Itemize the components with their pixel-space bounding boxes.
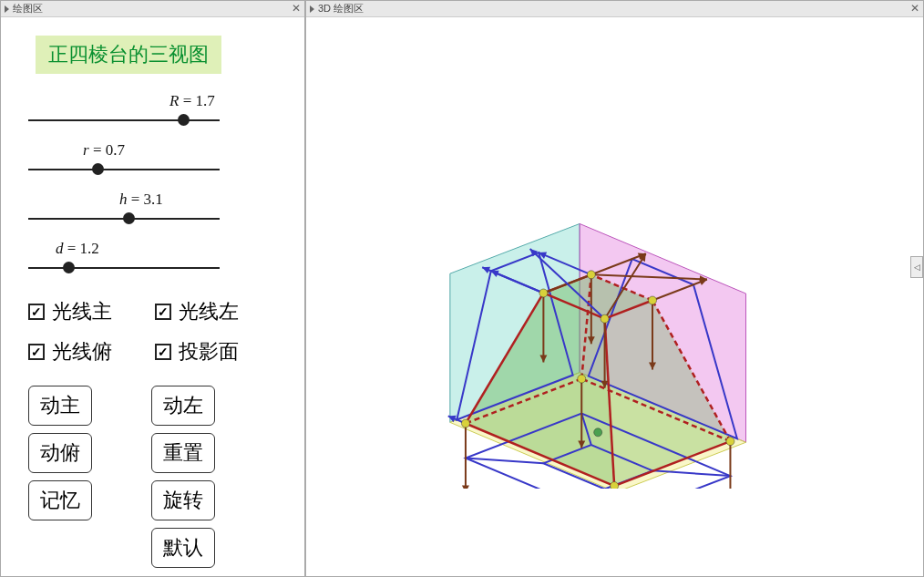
checkbox-label: 光线主 <box>52 298 112 325</box>
vertex-dot <box>601 314 609 323</box>
checkbox-icon: ✓ <box>28 304 45 320</box>
slider-label: d = 1.2 <box>56 240 277 258</box>
slider-label: r = 0.7 <box>83 141 277 160</box>
btn-anim-left[interactable]: 动左 <box>151 386 215 426</box>
checkbox-icon: ✓ <box>155 344 171 360</box>
left-content: 正四棱台的三视图 R = 1.7r = 0.7h = 3.1d = 1.2 ✓光… <box>1 17 304 577</box>
checkbox-0[interactable]: ✓光线主 <box>28 298 151 325</box>
vertex-dot <box>725 437 734 445</box>
slider-track[interactable] <box>28 161 220 178</box>
right-panel-title: 3D 绘图区 <box>318 2 364 15</box>
slider-track[interactable] <box>28 211 220 227</box>
slider-track[interactable] <box>28 112 220 129</box>
main-title: 正四棱台的三视图 <box>36 36 221 74</box>
btn-reset[interactable]: 重置 <box>151 433 215 473</box>
vertex-dot <box>648 296 656 304</box>
btn-default[interactable]: 默认 <box>151 528 215 568</box>
vertex-dot <box>610 481 618 488</box>
close-icon[interactable]: ✕ <box>910 2 919 15</box>
collapse-icon[interactable] <box>5 5 9 13</box>
slider-thumb[interactable] <box>178 114 190 126</box>
vertex-dot <box>593 428 601 436</box>
checkbox-3[interactable]: ✓投影面 <box>155 338 278 366</box>
slider-thumb[interactable] <box>123 212 135 224</box>
slider-thumb[interactable] <box>92 163 104 175</box>
checkbox-2[interactable]: ✓光线俯 <box>28 338 151 366</box>
btn-anim-main[interactable]: 动主 <box>28 386 92 426</box>
vertex-dot <box>539 288 547 296</box>
left-panel-header: 绘图区 ✕ <box>1 1 304 17</box>
vertex-dot <box>461 419 469 428</box>
checkbox-label: 投影面 <box>179 338 239 366</box>
btn-anim-top[interactable]: 动俯 <box>28 433 92 473</box>
checkbox-label: 光线左 <box>179 298 239 325</box>
arrow-head <box>461 485 468 488</box>
left-panel: 绘图区 ✕ 正四棱台的三视图 R = 1.7r = 0.7h = 3.1d = … <box>0 0 305 577</box>
slider-thumb[interactable] <box>63 262 75 273</box>
slider-label: R = 1.7 <box>169 92 277 110</box>
btn-memory[interactable]: 记忆 <box>28 480 92 520</box>
checkbox-icon: ✓ <box>155 304 171 320</box>
slider-h: h = 3.1 <box>28 191 277 227</box>
slider-r: r = 0.7 <box>28 141 277 178</box>
collapse-icon[interactable] <box>310 5 314 13</box>
checkbox-label: 光线俯 <box>52 338 112 366</box>
vertex-dot <box>577 375 585 383</box>
btn-rotate[interactable]: 旋转 <box>151 480 215 520</box>
button-grid: 动主 动左 动俯 重置 记忆 旋转 默认 <box>28 386 277 568</box>
side-expand-tab[interactable]: ◁ <box>910 256 923 278</box>
3d-scene[interactable] <box>306 17 923 576</box>
slider-R: R = 1.7 <box>28 92 277 129</box>
checkbox-icon: ✓ <box>28 344 45 360</box>
checkbox-1[interactable]: ✓光线左 <box>155 298 278 325</box>
close-icon[interactable]: ✕ <box>292 2 301 15</box>
slider-track[interactable] <box>28 260 220 276</box>
slider-d: d = 1.2 <box>28 240 277 276</box>
right-panel: 3D 绘图区 ✕ ◁ <box>305 0 924 577</box>
right-panel-header: 3D 绘图区 ✕ <box>306 1 923 17</box>
slider-label: h = 3.1 <box>119 191 277 209</box>
left-panel-title: 绘图区 <box>13 2 43 15</box>
vertex-dot <box>587 270 595 278</box>
